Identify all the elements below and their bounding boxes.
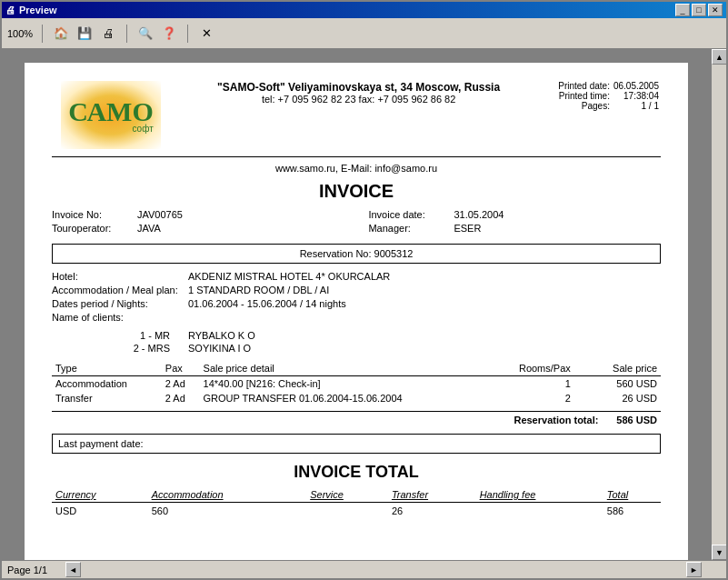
toolbar-separator-3 xyxy=(187,25,188,43)
title-bar: 🖨 Preview _ □ ✕ xyxy=(2,2,726,18)
item-2-type: Transfer xyxy=(52,391,162,405)
scroll-down-button[interactable]: ▼ xyxy=(712,545,726,560)
close-button[interactable]: ✕ xyxy=(708,4,723,16)
title-bar-controls: _ □ ✕ xyxy=(675,4,723,16)
hotel-row: Hotel: AKDENIZ MISTRAL HOTEL 4* OKURCALA… xyxy=(52,271,661,282)
items-table-header: Type Pax Sale price detail Rooms/Pax Sal… xyxy=(52,361,661,376)
clients-label: Name of clients: xyxy=(52,312,188,323)
invoice-date-label: Invoice date: xyxy=(368,209,450,220)
print-time-label: Printed time: xyxy=(556,91,612,101)
total-total: 586 xyxy=(603,503,661,520)
meta-right: Invoice date: 31.05.2004 Manager: ESER xyxy=(368,209,661,236)
window-icon: 🖨 xyxy=(5,5,15,15)
clients-label-row: Name of clients: xyxy=(52,312,661,323)
client-row-1: 1 - MR RYBALKO K O xyxy=(52,330,661,341)
toolbar-separator-2 xyxy=(126,25,127,43)
col-rooms: Rooms/Pax xyxy=(486,361,588,376)
col-type: Type xyxy=(52,361,162,376)
home-icon[interactable]: 🏠 xyxy=(52,25,70,43)
totals-row-1: USD 560 26 586 xyxy=(52,503,661,520)
total-accommodation: 560 xyxy=(148,503,306,520)
pages-value: 1 / 1 xyxy=(612,101,661,111)
item-1-pax: 2 Ad xyxy=(162,376,200,392)
th-transfer: Transfer xyxy=(388,487,476,503)
invoice-title: INVOICE xyxy=(52,181,661,202)
status-bar: Page 1/1 ◄ ► xyxy=(2,560,726,578)
payment-label: Last payment date: xyxy=(58,438,144,449)
invoice-no-label: Invoice No: xyxy=(52,209,134,220)
hotel-label: Hotel: xyxy=(52,271,188,282)
invoice-meta: Invoice No: JAV00765 Touroperator: JAVA … xyxy=(52,209,661,236)
totals-header: Currency Accommodation Service Transfer … xyxy=(52,487,661,503)
th-currency: Currency xyxy=(52,487,148,503)
manager-label: Manager: xyxy=(368,223,450,234)
scroll-track-v[interactable] xyxy=(712,65,726,545)
items-header-row: Type Pax Sale price detail Rooms/Pax Sal… xyxy=(52,361,661,376)
totals-table: Currency Accommodation Service Transfer … xyxy=(52,487,661,519)
meal-value: 1 STANDARD ROOM / DBL / AI xyxy=(188,285,329,295)
invoice-no-row: Invoice No: JAV00765 xyxy=(52,209,344,220)
total-service xyxy=(306,503,388,520)
th-accommodation: Accommodation xyxy=(148,487,306,503)
scroll-right-button[interactable]: ► xyxy=(686,562,702,577)
reservation-total-row: Reservation total: 586 USD xyxy=(52,411,661,428)
manager-row: Manager: ESER xyxy=(368,223,661,234)
touroperator-label: Touroperator: xyxy=(52,223,134,234)
item-2-price: 26 USD xyxy=(589,391,661,405)
header-section: САМО софт "SAMO-Soft" Veliyaminovskaya s… xyxy=(52,81,661,149)
total-currency: USD xyxy=(52,503,148,520)
payment-row: Last payment date: xyxy=(52,434,661,454)
item-2-pax: 2 Ad xyxy=(162,391,200,405)
manager-value: ESER xyxy=(454,223,481,234)
item-row-1: Accommodation 2 Ad 14*40.00 [N216: Check… xyxy=(52,376,661,392)
minimize-button[interactable]: _ xyxy=(675,4,690,16)
item-1-rooms: 1 xyxy=(486,376,588,392)
item-2-detail: GROUP TRANSFER 01.06.2004-15.06.2004 xyxy=(200,391,487,405)
website-line: www.samo.ru, E-Mail: info@samo.ru xyxy=(52,163,661,174)
scroll-left-button[interactable]: ◄ xyxy=(65,562,81,577)
zoom-display: 100% xyxy=(7,28,33,39)
print-date-value: 06.05.2005 xyxy=(612,81,661,91)
client-1-num: 1 - MR xyxy=(52,330,188,341)
scroll-track-h[interactable] xyxy=(85,561,683,578)
meta-left: Invoice No: JAV00765 Touroperator: JAVA xyxy=(52,209,344,236)
th-handling: Handling fee xyxy=(476,487,603,503)
print-icon[interactable]: 🖨 xyxy=(99,25,117,43)
scrollbar-vertical: ▲ ▼ xyxy=(711,49,726,560)
client-row-2: 2 - MRS SOYIKINA I O xyxy=(52,343,661,354)
items-table-body: Accommodation 2 Ad 14*40.00 [N216: Check… xyxy=(52,376,661,406)
item-1-price: 560 USD xyxy=(589,376,661,392)
preview-window: 🖨 Preview _ □ ✕ 100% 🏠 💾 🖨 🔍 ❓ ✕ xyxy=(0,0,728,580)
scroll-up-button[interactable]: ▲ xyxy=(712,49,726,65)
clients-section: 1 - MR RYBALKO K O 2 - MRS SOYIKINA I O xyxy=(52,330,661,354)
maximize-button[interactable]: □ xyxy=(692,4,706,16)
client-1-name: RYBALKO K O xyxy=(188,330,255,341)
items-table: Type Pax Sale price detail Rooms/Pax Sal… xyxy=(52,361,661,405)
toolbar-separator-1 xyxy=(42,25,43,43)
reservation-box: Reservation No: 9005312 xyxy=(52,244,661,264)
help-icon[interactable]: ❓ xyxy=(160,25,178,43)
item-1-detail: 14*40.00 [N216: Check-in] xyxy=(200,376,487,392)
close-toolbar-button[interactable]: ✕ xyxy=(197,25,215,43)
meal-row: Accommodation / Meal plan: 1 STANDARD RO… xyxy=(52,285,661,295)
col-pax: Pax xyxy=(162,361,200,376)
touroperator-row: Touroperator: JAVA xyxy=(52,223,344,234)
status-page: Page 1/1 xyxy=(7,565,62,575)
company-info: "SAMO-Soft" Veliyaminovskaya st, 34 Mosc… xyxy=(170,81,547,105)
invoice-date-value: 31.05.2004 xyxy=(454,209,504,220)
total-handling xyxy=(476,503,603,520)
pages-row: Pages: 1 / 1 xyxy=(556,101,661,111)
search-icon[interactable]: 🔍 xyxy=(136,25,155,43)
dates-value: 01.06.2004 - 15.06.2004 / 14 nights xyxy=(188,298,346,309)
logo-area: САМО софт xyxy=(52,81,170,149)
save-icon[interactable]: 💾 xyxy=(75,25,94,43)
main-area: САМО софт "SAMO-Soft" Veliyaminovskaya s… xyxy=(2,49,726,560)
toolbar: 100% 🏠 💾 🖨 🔍 ❓ ✕ xyxy=(2,18,726,49)
company-contact: tel: +7 095 962 82 23 fax: +7 095 962 86… xyxy=(170,94,547,105)
print-time-row: Printed time: 17:38:04 xyxy=(556,91,661,101)
col-detail: Sale price detail xyxy=(200,361,487,376)
title-bar-text: 🖨 Preview xyxy=(5,5,57,15)
th-service: Service xyxy=(306,487,388,503)
hotel-value: AKDENIZ MISTRAL HOTEL 4* OKURCALAR xyxy=(188,271,390,282)
print-info-table: Printed date: 06.05.2005 Printed time: 1… xyxy=(556,81,661,111)
